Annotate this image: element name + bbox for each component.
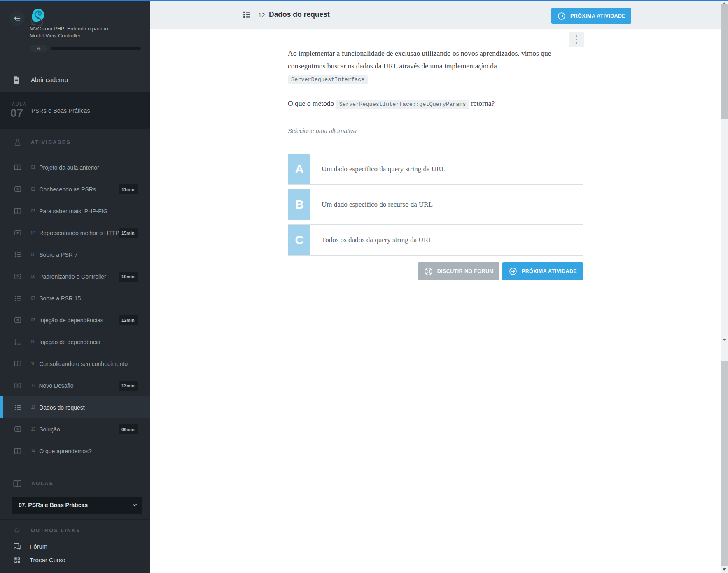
next-activity-button-top[interactable]: PRÓXIMA ATIVIDADE	[551, 8, 631, 24]
actions-row: DISCUTIR NO FORUM PRÓXIMA ATIVIDADE	[288, 262, 583, 280]
scroll-down-arrow[interactable]	[723, 339, 726, 341]
activity-number: 10	[31, 361, 35, 366]
sidebar-activity-10[interactable]: 10Consolidando o seu conhecimento	[0, 353, 150, 375]
sidebar-activity-08[interactable]: 08Injeção de dependências12min	[0, 309, 150, 331]
quiz-icon	[14, 338, 22, 346]
aulas-heading: AULAS	[12, 479, 54, 488]
sidebar-activity-12[interactable]: 12Dados do request	[0, 396, 150, 418]
sidebar-activity-01[interactable]: 01Projeto da aula anterior	[0, 156, 150, 178]
scrollbar-thumb-inner[interactable]	[721, 4, 728, 119]
video-icon	[14, 382, 22, 390]
links-icon	[13, 526, 21, 535]
lifebuoy-icon	[424, 267, 433, 276]
other-links-heading: OUTROS LINKS	[13, 526, 81, 535]
notebook-icon	[12, 75, 21, 84]
activity-number: 14	[31, 449, 35, 453]
sidebar-activity-07[interactable]: 07Sobre a PSR 15	[0, 287, 150, 309]
alternative-text: Um dado específico da query string da UR…	[310, 154, 446, 184]
question-text-segment: retorna?	[469, 99, 495, 107]
sidebar-activity-02[interactable]: 02Conhecendo as PSRs11min	[0, 178, 150, 200]
sidebar-link-trocar-curso[interactable]: Trocar Curso	[0, 553, 150, 567]
activity-number: 11	[31, 383, 35, 388]
question-list-icon	[242, 9, 252, 20]
activities-list: 01Projeto da aula anterior02Conhecendo a…	[0, 156, 150, 462]
collapse-sidebar-button[interactable]	[9, 11, 25, 26]
quiz-icon	[14, 294, 22, 303]
instruction-text: Selecione uma alternativa	[288, 128, 357, 134]
link-label: Trocar Curso	[30, 557, 65, 564]
video-icon	[14, 185, 22, 193]
question-text: Ao implementar a funcionalidade de exclu…	[288, 47, 555, 122]
lesson-number: 07	[10, 107, 23, 120]
activities-heading: ATIVIDADES	[14, 138, 71, 147]
next-activity-label: PRÓXIMA ATIVIDADE	[522, 268, 577, 274]
sidebar-activity-06[interactable]: 06Padronizando o Controller10min	[0, 266, 150, 287]
lesson-select-dropdown[interactable]: 07. PSRs e Boas Práticas	[12, 497, 142, 514]
alternative-B[interactable]: BUm dado específico do recurso da URL	[288, 189, 583, 220]
activity-number: 01	[31, 165, 35, 170]
discuss-forum-button[interactable]: DISCUTIR NO FORUM	[418, 262, 499, 280]
collapse-arrow-icon	[12, 14, 22, 23]
progress-percent-badge: %	[30, 45, 48, 52]
activity-number: 08	[31, 318, 35, 322]
activity-number: 07	[31, 296, 35, 300]
next-activity-button-bottom[interactable]: PRÓXIMA ATIVIDADE	[502, 262, 583, 280]
lesson-select-value: 07. PSRs e Boas Práticas	[19, 497, 88, 514]
open-notebook-button[interactable]: Abrir caderno	[0, 70, 150, 89]
progress-bar	[51, 47, 141, 50]
question-text-segment: Ao implementar a funcionalidade de exclu…	[288, 49, 551, 70]
duration-badge: 13min	[119, 381, 138, 391]
alternative-letter: C	[288, 225, 310, 255]
sidebar-activity-05[interactable]: 05Sobre a PSR 7	[0, 244, 150, 266]
current-lesson-block: AULA 07 PSRs e Boas Práticas	[0, 92, 150, 129]
activity-number: 03	[31, 209, 35, 213]
activity-number: 04	[31, 231, 35, 235]
open-notebook-label: Abrir caderno	[31, 76, 68, 83]
activity-label: Conhecendo as PSRs	[39, 186, 96, 193]
lesson-title: PSRs e Boas Práticas	[31, 107, 90, 114]
book-icon	[14, 447, 22, 455]
alternative-C[interactable]: CTodos os dados da query string da URL	[288, 224, 583, 256]
video-icon	[14, 273, 22, 281]
book-icon	[14, 163, 22, 172]
activity-label: Dados do request	[39, 404, 85, 411]
activity-number: 05	[31, 252, 35, 257]
activity-number: 13	[31, 427, 35, 431]
activity-label: Novo Desafio	[39, 382, 73, 389]
activity-label: Solução	[39, 426, 60, 433]
arrow-right-circle-icon	[509, 267, 518, 276]
sidebar-activity-13[interactable]: 13Solução06min	[0, 418, 150, 440]
activity-label: Sobre a PSR 15	[39, 295, 81, 302]
activity-label: Para saber mais: PHP-FIG	[39, 208, 108, 214]
inline-code: ServerRequestInterface	[288, 75, 368, 84]
scrollbar-thumb-window[interactable]	[721, 361, 728, 566]
alternative-letter: B	[288, 189, 310, 220]
duration-badge: 06min	[119, 424, 138, 434]
duration-badge: 11min	[119, 184, 138, 194]
open-book-icon	[12, 479, 22, 488]
video-icon	[14, 229, 22, 237]
alternatives-list: AUm dado específico da query string da U…	[288, 154, 583, 260]
lesson-kicker: AULA	[12, 102, 27, 107]
sidebar-activity-11[interactable]: 11Novo Desafio13min	[0, 375, 150, 396]
quiz-icon	[14, 403, 22, 412]
activity-label: Padronizando o Controller	[39, 273, 106, 280]
book-icon	[14, 360, 22, 368]
alternative-text: Todos os dados da query string da URL	[310, 225, 432, 255]
activity-number: 09	[31, 340, 35, 344]
sidebar-activity-14[interactable]: 14O que aprendemos?	[0, 440, 150, 462]
sidebar-activity-09[interactable]: 09Injeção de dependência	[0, 331, 150, 353]
video-icon	[14, 425, 22, 433]
link-label: Fórum	[30, 543, 47, 550]
scroll-down-arrow[interactable]	[723, 568, 726, 571]
content: Ao implementar a funcionalidade de exclu…	[150, 29, 721, 573]
main-header: 12 Dados do request PRÓXIMA ATIVIDADE	[150, 1, 721, 29]
alternative-A[interactable]: AUm dado específico da query string da U…	[288, 154, 583, 185]
book-icon	[14, 207, 22, 215]
activity-label: O que aprendemos?	[39, 448, 92, 454]
more-options-button[interactable]	[569, 32, 584, 47]
other-links-list: FórumTrocar Curso	[0, 540, 150, 567]
sidebar-link-forum[interactable]: Fórum	[0, 540, 150, 553]
sidebar-activity-03[interactable]: 03Para saber mais: PHP-FIG	[0, 200, 150, 222]
sidebar-activity-04[interactable]: 04Representando melhor o HTTP15min	[0, 222, 150, 244]
